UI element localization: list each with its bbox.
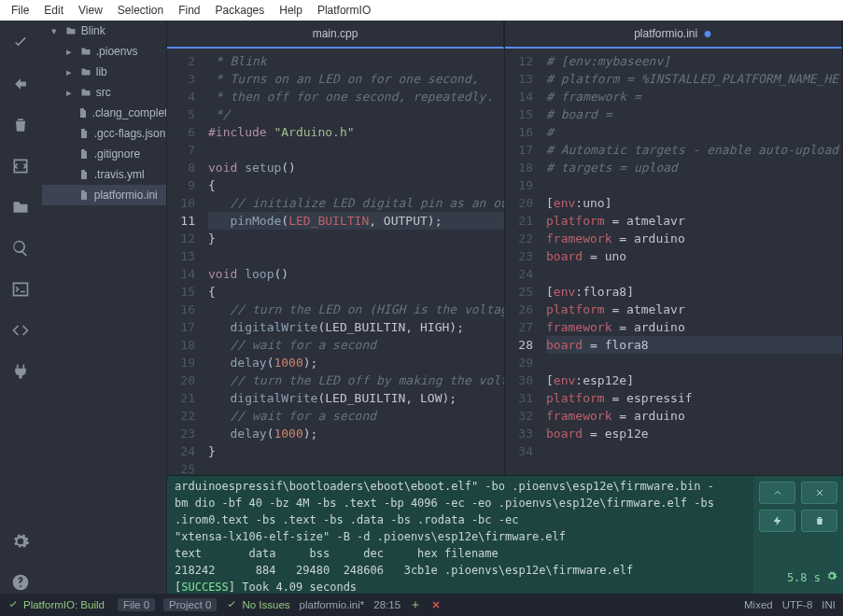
- menu-find[interactable]: Find: [171, 4, 207, 17]
- code-content[interactable]: # [env:mybaseenv]# platform = %INSTALLED…: [542, 49, 842, 475]
- plus-icon: [410, 599, 421, 610]
- file-icon: [77, 148, 91, 160]
- close-icon: [430, 599, 442, 610]
- gear-icon[interactable]: [826, 570, 837, 584]
- clear-button[interactable]: [801, 510, 837, 532]
- modified-indicator-icon: ●: [703, 30, 712, 37]
- activity-bar: [0, 21, 42, 594]
- status-file-count[interactable]: File 0 Project 0: [114, 598, 218, 611]
- terminal-panel: arduinoespressif\bootloaders\eboot\eboot…: [167, 475, 843, 594]
- menu-edit[interactable]: Edit: [36, 4, 71, 17]
- file-icon: [77, 169, 91, 180]
- line-gutter: 2345678910111213141516171819202122232425: [167, 49, 204, 475]
- tree-item--gitignore[interactable]: .gitignore: [42, 144, 166, 164]
- check-icon: [7, 599, 19, 610]
- tree-root-label: Blink: [81, 24, 105, 37]
- search-icon[interactable]: [9, 237, 32, 259]
- menu-file[interactable]: File: [4, 4, 36, 17]
- tree-item-lib[interactable]: ▸lib: [42, 62, 166, 82]
- editor-pane-right[interactable]: 1213141516171819202122232425262728293031…: [505, 49, 843, 475]
- tab-platformio-ini[interactable]: platformio.ini ●: [505, 21, 842, 49]
- file-tree: ▾ Blink ▸.pioenvs▸lib▸src.clang_complete…: [42, 21, 167, 594]
- tree-item-src[interactable]: ▸src: [42, 82, 166, 103]
- status-language[interactable]: INI: [822, 599, 836, 610]
- editor-pane-left[interactable]: 2345678910111213141516171819202122232425…: [167, 49, 505, 475]
- folder-icon: [79, 66, 92, 77]
- collapse-button[interactable]: [759, 482, 795, 504]
- menu-help[interactable]: Help: [272, 4, 310, 17]
- folder-icon[interactable]: [9, 196, 32, 218]
- tree-item-platformio-ini[interactable]: platformio.ini: [42, 185, 166, 205]
- tree-root[interactable]: ▾ Blink: [42, 21, 166, 41]
- chevron-down-icon: ▾: [48, 25, 61, 37]
- tab-label: main.cpp: [313, 27, 358, 40]
- status-add[interactable]: [410, 599, 421, 610]
- help-icon[interactable]: [9, 571, 32, 594]
- check-icon: [226, 599, 237, 610]
- editor-area: main.cpp platformio.ini ● 23456789101112…: [167, 21, 843, 594]
- close-button[interactable]: [801, 482, 837, 504]
- tabs-row: main.cpp platformio.ini ●: [167, 21, 843, 49]
- chevron-right-icon: ▸: [63, 87, 76, 99]
- file-icon: [77, 107, 89, 119]
- terminal-icon[interactable]: [9, 278, 32, 301]
- menu-platformio[interactable]: PlatformIO: [310, 4, 378, 17]
- plug-icon[interactable]: [9, 360, 32, 383]
- terminal-controls: 5.8 s: [753, 476, 843, 594]
- status-build[interactable]: PlatformIO: Build: [7, 599, 105, 610]
- menu-selection[interactable]: Selection: [110, 4, 171, 17]
- folder-icon: [64, 25, 77, 36]
- trash-icon[interactable]: [9, 114, 32, 136]
- file-icon: [77, 189, 91, 201]
- terminal-output[interactable]: arduinoespressif\bootloaders\eboot\eboot…: [167, 476, 753, 594]
- chevron-right-icon: ▸: [63, 66, 76, 78]
- menu-view[interactable]: View: [71, 4, 110, 17]
- gear-icon[interactable]: [9, 530, 32, 553]
- chevron-right-icon: ▸: [63, 46, 76, 58]
- menubar: FileEditViewSelectionFindPackagesHelpPla…: [0, 0, 843, 21]
- upload-icon[interactable]: [9, 73, 32, 95]
- status-encoding[interactable]: UTF-8: [782, 599, 813, 610]
- menu-packages[interactable]: Packages: [208, 4, 273, 17]
- file-icon: [77, 128, 91, 139]
- folder-icon: [79, 46, 92, 57]
- tree-item--pioenvs[interactable]: ▸.pioenvs: [42, 41, 166, 62]
- angle-brackets-icon[interactable]: [9, 319, 32, 342]
- folder-icon: [79, 87, 92, 98]
- code-icon[interactable]: [9, 155, 32, 177]
- check-icon[interactable]: [9, 32, 32, 54]
- status-line-endings[interactable]: Mixed: [744, 599, 773, 610]
- statusbar: PlatformIO: Build File 0 Project 0 No Is…: [0, 594, 843, 616]
- tree-item--gcc-flags-json[interactable]: .gcc-flags.json: [42, 123, 166, 144]
- line-gutter: 1213141516171819202122232425262728293031…: [505, 49, 542, 475]
- status-close[interactable]: [430, 599, 442, 610]
- tab-label: platformio.ini: [634, 27, 697, 40]
- tree-item--travis-yml[interactable]: .travis.yml: [42, 164, 166, 185]
- status-issues[interactable]: No Issues: [226, 599, 289, 610]
- tree-item--clang_complete[interactable]: .clang_complete: [42, 103, 166, 123]
- elapsed-time: 5.8 s: [787, 571, 821, 584]
- rerun-button[interactable]: [759, 510, 795, 532]
- status-cursor[interactable]: 28:15: [373, 599, 400, 610]
- tab-main-cpp[interactable]: main.cpp: [167, 21, 504, 49]
- status-filename[interactable]: platformio.ini*: [300, 599, 365, 610]
- code-content[interactable]: * Blink * Turns on an LED on for one sec…: [204, 49, 504, 475]
